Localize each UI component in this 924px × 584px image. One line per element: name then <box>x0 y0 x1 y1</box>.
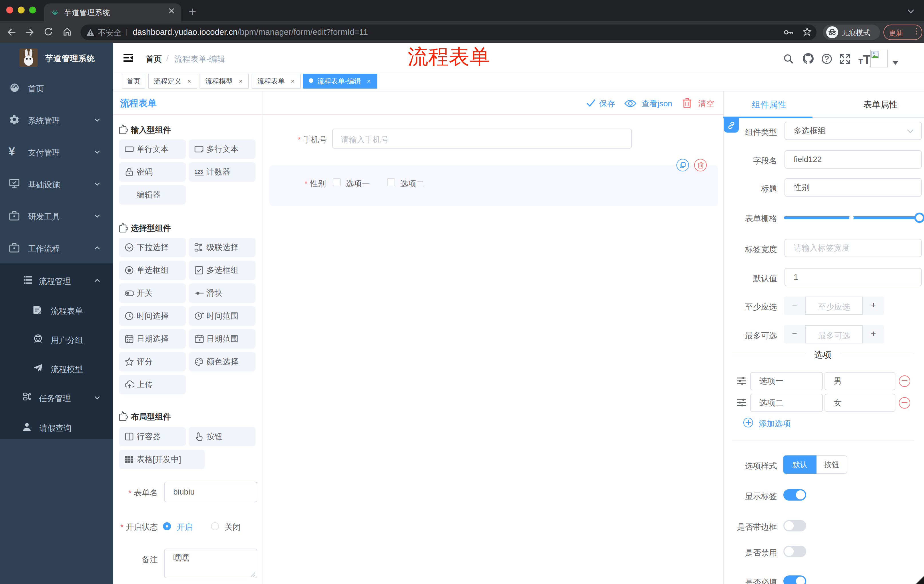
svg-text:123: 123 <box>195 169 203 175</box>
